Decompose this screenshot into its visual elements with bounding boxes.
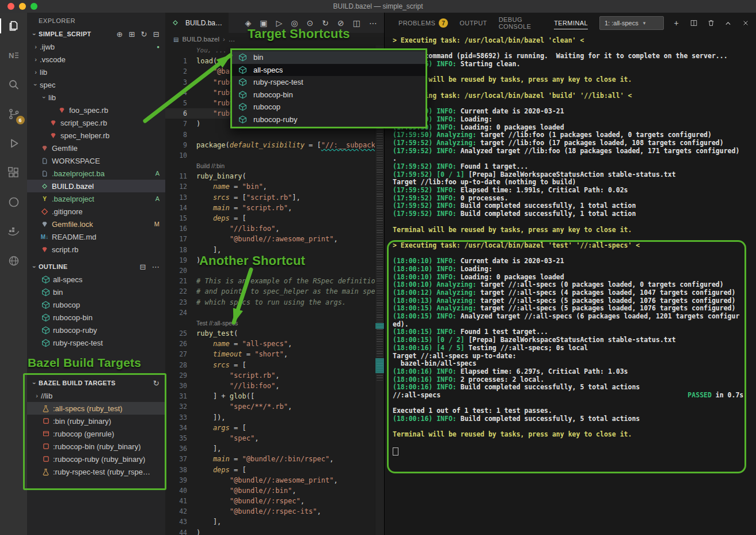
file-label: lib	[40, 68, 47, 77]
panel-tab-problems[interactable]: PROBLEMS7	[398, 16, 448, 30]
bazel-target-row[interactable]: :all-specs (ruby_test)	[27, 402, 165, 415]
code-line: 37 main = "@bundle//:bin/rspec",	[165, 454, 375, 464]
split-terminal-icon[interactable]	[689, 18, 698, 28]
extensions-icon[interactable]	[5, 164, 22, 181]
split-editor-icon[interactable]: ◫	[353, 18, 360, 28]
live-reload-icon[interactable]: ⊙	[307, 18, 314, 28]
file-row[interactable]: WORKSPACE	[27, 154, 165, 167]
outline-item[interactable]: rubocop	[27, 298, 165, 311]
new-terminal-icon[interactable]: +	[671, 18, 681, 28]
line-number: 3	[165, 77, 196, 88]
symbol-cube-icon	[41, 313, 51, 322]
run-debug-icon[interactable]	[5, 135, 22, 152]
collapse-icon[interactable]: ⊟	[139, 263, 146, 271]
coverage-icon[interactable]: ▣	[260, 18, 267, 28]
file-row[interactable]: .bazelproject.baA	[27, 167, 165, 180]
outline-label: rubocop-ruby	[53, 326, 97, 335]
file-row[interactable]: .gitignore	[27, 205, 165, 218]
web-icon[interactable]	[5, 252, 22, 270]
quickpick-item[interactable]: ruby-rspec-test	[232, 76, 426, 89]
outline-item[interactable]: all-specs	[27, 273, 165, 286]
refresh-icon[interactable]: ↻	[153, 379, 159, 388]
bazel-target-row[interactable]: :bin (ruby_binary)	[27, 415, 165, 427]
line-number: 40	[165, 485, 196, 496]
file-row[interactable]: foo_spec.rb	[27, 104, 165, 116]
quickpick-item[interactable]: rubocop	[232, 101, 426, 113]
code-line: 15 deps = [	[165, 213, 375, 223]
file-row[interactable]: ›.vscode	[27, 53, 165, 66]
terminal-selector[interactable]: 1: :all-specs ▾	[599, 16, 664, 30]
workspace-section-header[interactable]: › SIMPLE_SCRIPT ⊕⊞↻⊟	[27, 28, 165, 40]
file-row[interactable]: script_spec.rb	[27, 116, 165, 129]
codelens-row[interactable]: Test //:all-specs	[165, 318, 375, 328]
file-row[interactable]: BUILD.bazel	[27, 180, 165, 192]
watch-icon[interactable]: ◎	[291, 18, 298, 28]
file-row[interactable]: Gemfile	[27, 142, 165, 154]
new-file-icon[interactable]: ⊕	[116, 30, 123, 39]
maximize-panel-icon[interactable]	[723, 18, 733, 28]
run-icon[interactable]: ▷	[276, 18, 283, 28]
breadcrumb-file[interactable]: BUILD.bazel	[182, 36, 219, 43]
new-folder-icon[interactable]: ⊞	[128, 30, 135, 39]
sync-icon[interactable]: ↻	[322, 18, 329, 28]
outline-item[interactable]: rubocop-bin	[27, 311, 165, 324]
more-icon[interactable]: ⋯	[152, 263, 159, 271]
live-share-icon[interactable]	[5, 193, 22, 211]
quickpick-item[interactable]: rubocop-bin	[232, 89, 426, 101]
bazel-target-row[interactable]: :ruby-rspec-test (ruby_rspe…	[27, 465, 165, 478]
close-panel-icon[interactable]	[740, 18, 750, 28]
file-row[interactable]: ›lib	[27, 91, 165, 104]
outline-item[interactable]: rubocop-ruby	[27, 324, 165, 336]
file-row[interactable]: ›spec	[27, 78, 165, 91]
file-row[interactable]: spec_helper.rb	[27, 129, 165, 142]
minimap-highlight	[375, 323, 384, 329]
md-file-icon: M↓	[40, 234, 50, 240]
titlebar: BUILD.bazel — simple_script	[0, 0, 756, 13]
file-row[interactable]: Y.bazelprojectA	[27, 192, 165, 205]
line-number: 33	[165, 412, 196, 423]
bazel-target-row[interactable]: :rubocop (genrule)	[27, 427, 165, 440]
outline-item[interactable]: bin	[27, 286, 165, 298]
outline-section-header[interactable]: › OUTLINE ⊟⋯	[27, 260, 165, 273]
git-status-badge: ●	[157, 44, 159, 50]
explorer-icon[interactable]	[5, 17, 22, 35]
file-row[interactable]: ›.ijwb●	[27, 40, 165, 53]
panel-tab-output[interactable]: OUTPUT	[459, 17, 487, 29]
panel-header: PROBLEMS7OUTPUTDEBUG CONSOLETERMINAL 1: …	[385, 13, 756, 33]
file-row[interactable]: ›lib	[27, 66, 165, 78]
bazel-target-row[interactable]: ›//lib	[27, 389, 165, 402]
more-actions-icon[interactable]: ⋯	[369, 18, 377, 28]
preview-icon[interactable]: ⊘	[337, 18, 344, 28]
bazel-build-icon[interactable]: ◈	[245, 18, 252, 28]
quickpick-label: rubocop-ruby	[253, 115, 298, 124]
notebook-icon[interactable]: N	[5, 47, 22, 64]
quickpick-item[interactable]: rubocop-ruby	[232, 113, 426, 126]
file-row[interactable]: M↓README.md	[27, 230, 165, 243]
collapse-icon[interactable]: ⊟	[153, 30, 159, 39]
search-icon[interactable]	[5, 76, 22, 93]
code-text: ]),	[196, 412, 226, 423]
bazel-target-row[interactable]: :rubocop-bin (ruby_binary)	[27, 440, 165, 453]
bazel-target-row[interactable]: :rubocop-ruby (ruby_binary)	[27, 453, 165, 465]
file-row[interactable]: script.rb	[27, 243, 165, 256]
breadcrumb-symbol-picker[interactable]: …	[229, 36, 235, 43]
bazel-section-header[interactable]: › BAZEL BUILD TARGETS ↻	[27, 377, 165, 389]
panel-tab-terminal[interactable]: TERMINAL	[554, 17, 588, 29]
quickpick-item[interactable]: bin	[232, 51, 426, 64]
tab-label: BUILD.bazel	[185, 19, 223, 27]
line-number	[165, 318, 196, 328]
chevron-right-icon: ›	[223, 36, 225, 43]
panel-tab-debug-console[interactable]: DEBUG CONSOLE	[499, 14, 542, 32]
file-row[interactable]: Gemfile.lockM	[27, 218, 165, 230]
tab-build-bazel[interactable]: BUILD.bazel	[165, 13, 229, 33]
code-text: name = "all-specs",	[196, 339, 292, 349]
kill-terminal-icon[interactable]	[706, 18, 716, 28]
quickpick-item[interactable]: all-specs	[232, 64, 426, 77]
terminal-content[interactable]: > Executing task: /usr/local/bin/bazel '…	[393, 37, 754, 535]
docker-icon[interactable]	[5, 223, 22, 240]
codelens-row[interactable]: Build //:bin	[165, 161, 375, 171]
outline-item[interactable]: ruby-rspec-test	[27, 336, 165, 349]
source-control-icon[interactable]: 6	[5, 105, 22, 123]
code-text: main = "script.rb",	[196, 203, 292, 213]
refresh-icon[interactable]: ↻	[141, 30, 147, 39]
